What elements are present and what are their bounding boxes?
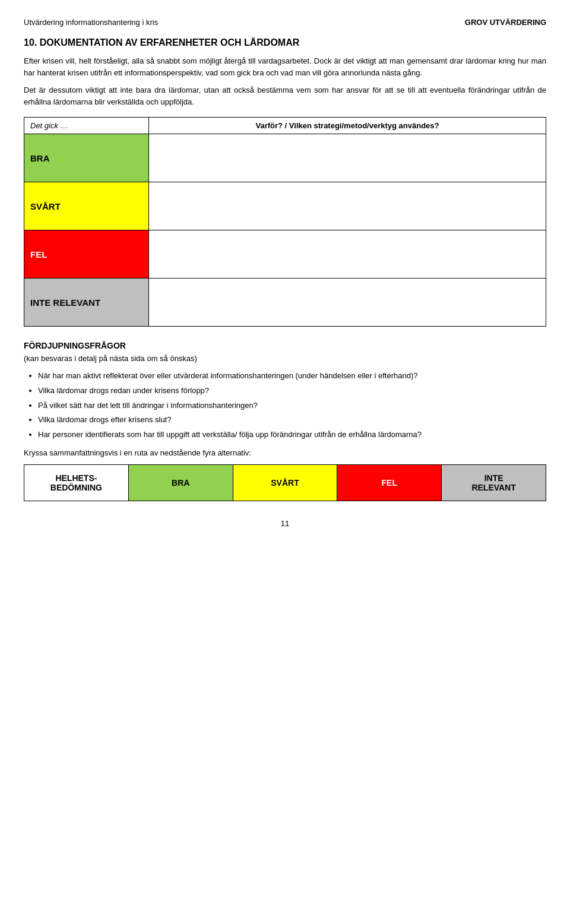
cell-content-inte[interactable] — [149, 279, 546, 326]
summary-inte[interactable]: INTE RELEVANT — [442, 464, 546, 501]
cell-content-svart[interactable] — [149, 182, 546, 230]
header-left: Utvärdering informationshantering i kris — [24, 18, 158, 27]
paragraph1: Efter krisen vill, helt förståeligt, all… — [24, 55, 546, 78]
cell-label-bra: BRA — [24, 134, 149, 182]
cell-content-fel[interactable] — [149, 230, 546, 278]
table-col2-header: Varför? / Vilken strategi/metod/verktyg … — [148, 117, 546, 134]
bullet-item: På vilket sätt har det lett till ändring… — [38, 400, 546, 412]
table-row-svart: SVÅRT — [24, 182, 546, 230]
table-row-bra: BRA — [24, 134, 546, 182]
cell-label-inte: INTE RELEVANT — [24, 279, 149, 326]
paragraph2: Det är dessutom viktigt att inte bara dr… — [24, 84, 546, 107]
table-row-fel: FEL — [24, 230, 546, 278]
kryssa-text: Kryssa sammanfattningsvis i en ruta av n… — [24, 448, 546, 457]
header-right: GROV UTVÄRDERING — [465, 18, 546, 27]
section-title: 10. DOKUMENTATION AV ERFARENHETER OCH LÄ… — [24, 37, 546, 48]
bullet-item: När har man aktivt reflekterat över elle… — [38, 370, 546, 382]
summary-svart[interactable]: SVÅRT — [233, 464, 337, 501]
cell-label-fel: FEL — [24, 230, 149, 278]
fordj-subtitle: (kan besvaras i detalj på nästa sida om … — [24, 354, 546, 363]
summary-bra[interactable]: BRA — [128, 464, 233, 501]
table-col1-header: Det gick … — [24, 117, 148, 134]
summary-label: HELHETS- BEDÖMNING — [24, 464, 129, 501]
cell-content-bra[interactable] — [149, 134, 546, 182]
bullet-list: När har man aktivt reflekterat över elle… — [24, 370, 546, 441]
bullet-item: Vilka lärdomar drogs redan under krisens… — [38, 385, 546, 397]
bullet-item: Vilka lärdomar drogs efter krisens slut? — [38, 414, 546, 426]
summary-table: HELHETS- BEDÖMNING BRA SVÅRT FEL INTE RE… — [24, 464, 546, 501]
bullet-item: Har personer identifierats som har till … — [38, 429, 546, 441]
table-row-inte: INTE RELEVANT — [24, 278, 546, 326]
summary-fel[interactable]: FEL — [337, 464, 442, 501]
fordj-title: FÖRDJUPNINGSFRÅGOR — [24, 341, 546, 350]
page-number: 11 — [24, 519, 546, 528]
cell-label-svart: SVÅRT — [24, 182, 149, 230]
